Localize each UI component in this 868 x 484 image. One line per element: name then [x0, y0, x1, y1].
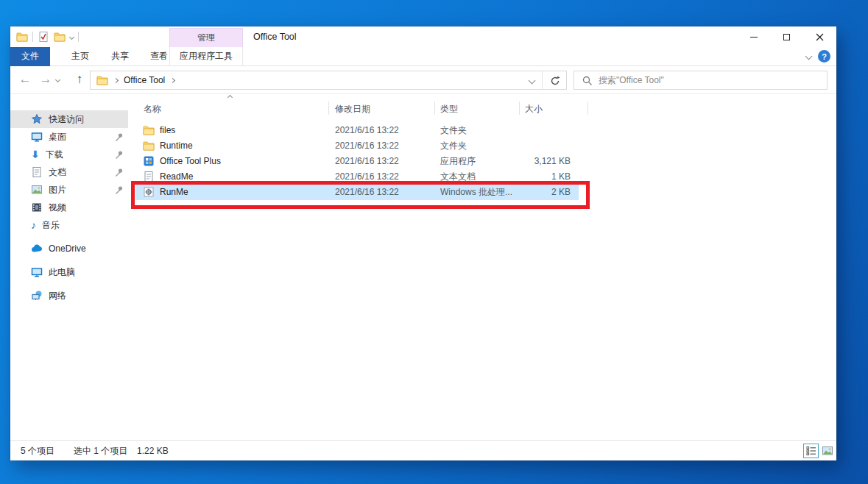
new-folder-icon[interactable]	[54, 31, 66, 43]
column-header-size[interactable]: 大小	[525, 100, 543, 118]
file-type: 应用程序	[440, 154, 476, 169]
forward-button[interactable]: →	[37, 66, 54, 94]
selection-count: 选中 1 个项目	[74, 441, 127, 461]
search-icon	[582, 75, 593, 86]
file-date: 2021/6/16 13:22	[335, 123, 399, 138]
address-bar[interactable]: Office Tool	[90, 71, 567, 90]
sidebar-item-music[interactable]: ♪ 音乐	[10, 216, 128, 234]
sidebar-item-label: 文档	[49, 166, 107, 179]
sidebar-item-documents[interactable]: 文档	[10, 163, 128, 181]
file-name: Office Tool Plus	[160, 154, 221, 169]
items-count: 5 个项目	[21, 441, 54, 461]
sidebar-item-network[interactable]: 网络	[10, 287, 128, 305]
monitor-icon	[31, 131, 43, 143]
file-date: 2021/6/16 13:22	[335, 138, 399, 154]
file-name: Runtime	[160, 138, 193, 154]
column-divider[interactable]	[519, 102, 520, 115]
toolbar-separator	[78, 32, 79, 42]
search-box	[574, 71, 828, 90]
close-icon	[815, 32, 825, 42]
column-divider[interactable]	[434, 102, 435, 115]
folder-icon[interactable]	[16, 31, 28, 43]
file-size: 2 KB	[504, 185, 571, 200]
quick-access-toolbar	[16, 26, 79, 47]
breadcrumb: Office Tool	[91, 74, 521, 86]
folder-icon	[143, 140, 155, 152]
refresh-button[interactable]	[543, 71, 566, 89]
file-row-office-tool-plus[interactable]: Office Tool Plus 2021/6/16 13:22 应用程序 3,…	[135, 154, 579, 169]
sidebar-item-label: 快速访问	[49, 113, 128, 126]
search-input[interactable]	[599, 75, 827, 85]
file-row-runme-selected[interactable]: RunMe 2021/6/16 13:22 Windows 批处理... 2 K…	[135, 185, 579, 200]
picture-icon	[31, 184, 43, 196]
file-name: RunMe	[160, 185, 188, 200]
file-row-runtime[interactable]: Runtime 2021/6/16 13:22 文件夹	[135, 138, 579, 154]
details-view-icon	[805, 445, 817, 457]
file-type: 文件夹	[440, 138, 467, 154]
refresh-icon	[549, 75, 560, 86]
batch-file-icon	[143, 186, 155, 198]
properties-check-icon[interactable]	[38, 31, 49, 43]
thumbnail-view-icon	[822, 445, 833, 457]
sidebar-item-videos[interactable]: 视频	[10, 199, 128, 216]
network-icon	[31, 290, 43, 302]
sidebar-item-onedrive[interactable]: OneDrive	[10, 240, 128, 257]
sidebar-item-pictures[interactable]: 图片	[10, 181, 128, 199]
breadcrumb-folder[interactable]: Office Tool	[124, 75, 165, 85]
details-view-button[interactable]	[803, 444, 819, 458]
column-header-date[interactable]: 修改日期	[335, 100, 370, 118]
sidebar-item-label: 下载	[46, 149, 107, 161]
pin-icon	[113, 132, 124, 142]
sidebar-item-label: 桌面	[49, 131, 107, 143]
column-divider[interactable]	[328, 102, 329, 115]
column-header-name[interactable]: 名称	[144, 100, 161, 118]
sidebar-item-quick-access[interactable]: 快速访问	[10, 110, 128, 128]
sort-ascending-icon	[227, 95, 233, 100]
file-date: 2021/6/16 13:22	[335, 185, 399, 200]
file-list: 名称 修改日期 类型 大小 files 2021/6/16 13:22 文件夹 …	[133, 94, 836, 440]
up-button[interactable]: ↑	[71, 66, 88, 94]
tab-home[interactable]: 主页	[60, 47, 100, 66]
file-date: 2021/6/16 13:22	[335, 154, 399, 169]
chevron-down-icon	[528, 76, 535, 84]
music-note-icon: ♪	[31, 219, 36, 231]
close-button[interactable]	[803, 26, 836, 47]
breadcrumb-chevron-icon[interactable]	[170, 77, 175, 82]
application-icon	[143, 155, 155, 167]
sidebar-item-label: 视频	[49, 202, 128, 214]
selection-size: 1.22 KB	[137, 441, 169, 461]
minimize-button[interactable]	[737, 26, 770, 47]
recent-locations-chevron-icon[interactable]	[55, 77, 60, 82]
sidebar-item-desktop[interactable]: 桌面	[10, 128, 128, 146]
file-row-readme[interactable]: ReadMe 2021/6/16 13:22 文本文档 1 KB	[135, 169, 579, 185]
customize-qat-chevron-icon[interactable]	[69, 34, 74, 39]
sidebar-item-label: OneDrive	[49, 243, 128, 254]
sidebar-item-this-pc[interactable]: 此电脑	[10, 263, 128, 281]
sidebar-item-downloads[interactable]: ⬇ 下载	[10, 146, 128, 163]
sidebar-item-label: 此电脑	[49, 266, 128, 279]
column-header-type[interactable]: 类型	[440, 100, 458, 118]
tab-app-tools[interactable]: 应用程序工具	[169, 47, 243, 66]
tab-share[interactable]: 共享	[100, 47, 140, 66]
column-divider[interactable]	[588, 102, 588, 115]
window-controls	[737, 26, 836, 47]
help-button[interactable]: ?	[818, 50, 830, 63]
file-type: 文本文档	[440, 169, 476, 185]
tab-file[interactable]: 文件	[10, 47, 50, 66]
large-icons-view-button[interactable]	[819, 444, 835, 458]
file-name: files	[160, 123, 175, 138]
status-bar: 5 个项目 选中 1 个项目 1.22 KB	[10, 440, 836, 460]
address-dropdown-button[interactable]	[521, 71, 542, 89]
expand-ribbon-chevron-icon[interactable]	[805, 53, 813, 60]
download-arrow-icon: ⬇	[31, 149, 40, 160]
star-icon	[31, 113, 43, 125]
maximize-button[interactable]	[770, 26, 803, 47]
navigation-pane: 快速访问 桌面 ⬇ 下载 文档 图片	[10, 94, 133, 440]
file-row-files[interactable]: files 2021/6/16 13:22 文件夹	[135, 123, 579, 138]
back-button[interactable]: ←	[16, 66, 34, 94]
folder-icon	[143, 124, 155, 136]
folder-icon[interactable]	[96, 74, 108, 86]
monitor-icon	[31, 266, 43, 278]
film-icon	[31, 202, 43, 213]
title-bar: 管理 Office Tool	[10, 26, 836, 47]
